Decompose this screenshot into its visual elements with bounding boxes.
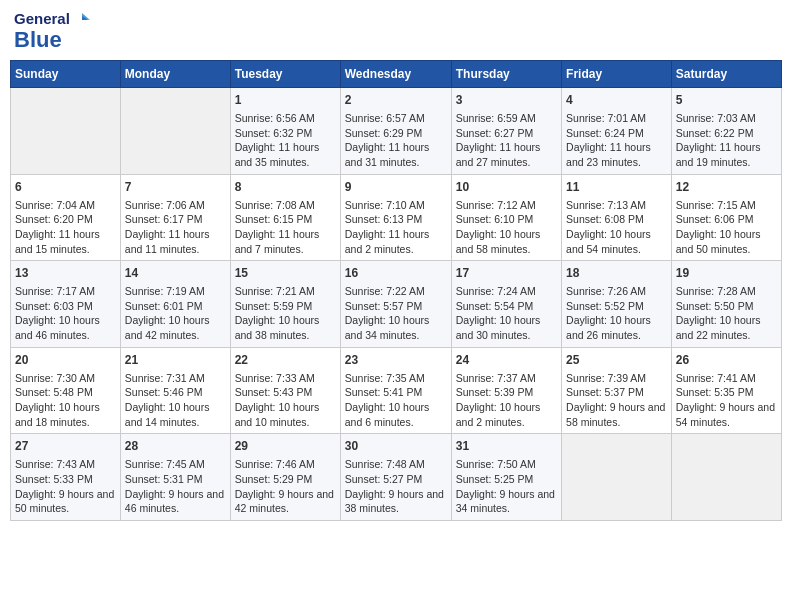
day-number: 14 xyxy=(125,265,226,282)
calendar-cell: 9Sunrise: 7:10 AM Sunset: 6:13 PM Daylig… xyxy=(340,174,451,261)
day-number: 3 xyxy=(456,92,557,109)
logo-blue: Blue xyxy=(14,28,90,52)
day-info: Sunrise: 7:30 AM Sunset: 5:48 PM Dayligh… xyxy=(15,371,116,430)
day-info: Sunrise: 7:03 AM Sunset: 6:22 PM Dayligh… xyxy=(676,111,777,170)
day-info: Sunrise: 7:17 AM Sunset: 6:03 PM Dayligh… xyxy=(15,284,116,343)
day-number: 6 xyxy=(15,179,116,196)
day-info: Sunrise: 6:57 AM Sunset: 6:29 PM Dayligh… xyxy=(345,111,447,170)
calendar-cell xyxy=(562,434,672,521)
calendar-cell: 31Sunrise: 7:50 AM Sunset: 5:25 PM Dayli… xyxy=(451,434,561,521)
calendar-week-row: 20Sunrise: 7:30 AM Sunset: 5:48 PM Dayli… xyxy=(11,347,782,434)
day-info: Sunrise: 7:50 AM Sunset: 5:25 PM Dayligh… xyxy=(456,457,557,516)
calendar-cell: 30Sunrise: 7:48 AM Sunset: 5:27 PM Dayli… xyxy=(340,434,451,521)
weekday-header-thursday: Thursday xyxy=(451,61,561,88)
day-info: Sunrise: 7:12 AM Sunset: 6:10 PM Dayligh… xyxy=(456,198,557,257)
day-number: 1 xyxy=(235,92,336,109)
day-info: Sunrise: 7:37 AM Sunset: 5:39 PM Dayligh… xyxy=(456,371,557,430)
day-info: Sunrise: 7:21 AM Sunset: 5:59 PM Dayligh… xyxy=(235,284,336,343)
day-info: Sunrise: 7:22 AM Sunset: 5:57 PM Dayligh… xyxy=(345,284,447,343)
calendar-cell: 10Sunrise: 7:12 AM Sunset: 6:10 PM Dayli… xyxy=(451,174,561,261)
calendar-cell: 23Sunrise: 7:35 AM Sunset: 5:41 PM Dayli… xyxy=(340,347,451,434)
day-number: 21 xyxy=(125,352,226,369)
calendar-cell: 26Sunrise: 7:41 AM Sunset: 5:35 PM Dayli… xyxy=(671,347,781,434)
calendar-cell: 18Sunrise: 7:26 AM Sunset: 5:52 PM Dayli… xyxy=(562,261,672,348)
calendar-cell: 16Sunrise: 7:22 AM Sunset: 5:57 PM Dayli… xyxy=(340,261,451,348)
calendar-table: SundayMondayTuesdayWednesdayThursdayFrid… xyxy=(10,60,782,521)
day-number: 25 xyxy=(566,352,667,369)
weekday-header-sunday: Sunday xyxy=(11,61,121,88)
calendar-cell: 6Sunrise: 7:04 AM Sunset: 6:20 PM Daylig… xyxy=(11,174,121,261)
calendar-cell: 17Sunrise: 7:24 AM Sunset: 5:54 PM Dayli… xyxy=(451,261,561,348)
calendar-cell: 21Sunrise: 7:31 AM Sunset: 5:46 PM Dayli… xyxy=(120,347,230,434)
calendar-cell: 24Sunrise: 7:37 AM Sunset: 5:39 PM Dayli… xyxy=(451,347,561,434)
day-info: Sunrise: 7:15 AM Sunset: 6:06 PM Dayligh… xyxy=(676,198,777,257)
calendar-cell: 22Sunrise: 7:33 AM Sunset: 5:43 PM Dayli… xyxy=(230,347,340,434)
logo-bird-icon xyxy=(72,10,90,28)
weekday-header-friday: Friday xyxy=(562,61,672,88)
day-number: 5 xyxy=(676,92,777,109)
calendar-cell xyxy=(120,88,230,175)
day-info: Sunrise: 7:31 AM Sunset: 5:46 PM Dayligh… xyxy=(125,371,226,430)
calendar-cell: 4Sunrise: 7:01 AM Sunset: 6:24 PM Daylig… xyxy=(562,88,672,175)
day-number: 13 xyxy=(15,265,116,282)
day-number: 9 xyxy=(345,179,447,196)
logo-general: General xyxy=(14,11,70,28)
day-info: Sunrise: 6:56 AM Sunset: 6:32 PM Dayligh… xyxy=(235,111,336,170)
weekday-header-monday: Monday xyxy=(120,61,230,88)
day-info: Sunrise: 7:41 AM Sunset: 5:35 PM Dayligh… xyxy=(676,371,777,430)
calendar-cell: 20Sunrise: 7:30 AM Sunset: 5:48 PM Dayli… xyxy=(11,347,121,434)
day-info: Sunrise: 7:08 AM Sunset: 6:15 PM Dayligh… xyxy=(235,198,336,257)
calendar-cell: 25Sunrise: 7:39 AM Sunset: 5:37 PM Dayli… xyxy=(562,347,672,434)
calendar-cell: 3Sunrise: 6:59 AM Sunset: 6:27 PM Daylig… xyxy=(451,88,561,175)
day-number: 19 xyxy=(676,265,777,282)
day-number: 8 xyxy=(235,179,336,196)
calendar-week-row: 1Sunrise: 6:56 AM Sunset: 6:32 PM Daylig… xyxy=(11,88,782,175)
calendar-week-row: 27Sunrise: 7:43 AM Sunset: 5:33 PM Dayli… xyxy=(11,434,782,521)
day-number: 16 xyxy=(345,265,447,282)
calendar-cell: 1Sunrise: 6:56 AM Sunset: 6:32 PM Daylig… xyxy=(230,88,340,175)
calendar-cell: 8Sunrise: 7:08 AM Sunset: 6:15 PM Daylig… xyxy=(230,174,340,261)
day-number: 31 xyxy=(456,438,557,455)
calendar-cell: 7Sunrise: 7:06 AM Sunset: 6:17 PM Daylig… xyxy=(120,174,230,261)
day-info: Sunrise: 7:43 AM Sunset: 5:33 PM Dayligh… xyxy=(15,457,116,516)
weekday-header-tuesday: Tuesday xyxy=(230,61,340,88)
calendar-cell: 29Sunrise: 7:46 AM Sunset: 5:29 PM Dayli… xyxy=(230,434,340,521)
day-info: Sunrise: 7:13 AM Sunset: 6:08 PM Dayligh… xyxy=(566,198,667,257)
calendar-week-row: 13Sunrise: 7:17 AM Sunset: 6:03 PM Dayli… xyxy=(11,261,782,348)
day-number: 15 xyxy=(235,265,336,282)
day-number: 23 xyxy=(345,352,447,369)
weekday-header-row: SundayMondayTuesdayWednesdayThursdayFrid… xyxy=(11,61,782,88)
day-number: 10 xyxy=(456,179,557,196)
day-info: Sunrise: 7:26 AM Sunset: 5:52 PM Dayligh… xyxy=(566,284,667,343)
day-number: 26 xyxy=(676,352,777,369)
day-number: 7 xyxy=(125,179,226,196)
calendar-cell: 19Sunrise: 7:28 AM Sunset: 5:50 PM Dayli… xyxy=(671,261,781,348)
day-info: Sunrise: 7:24 AM Sunset: 5:54 PM Dayligh… xyxy=(456,284,557,343)
day-info: Sunrise: 7:19 AM Sunset: 6:01 PM Dayligh… xyxy=(125,284,226,343)
calendar-cell xyxy=(11,88,121,175)
day-info: Sunrise: 7:06 AM Sunset: 6:17 PM Dayligh… xyxy=(125,198,226,257)
day-info: Sunrise: 7:04 AM Sunset: 6:20 PM Dayligh… xyxy=(15,198,116,257)
day-number: 20 xyxy=(15,352,116,369)
day-info: Sunrise: 7:33 AM Sunset: 5:43 PM Dayligh… xyxy=(235,371,336,430)
day-info: Sunrise: 7:46 AM Sunset: 5:29 PM Dayligh… xyxy=(235,457,336,516)
day-number: 4 xyxy=(566,92,667,109)
day-info: Sunrise: 7:35 AM Sunset: 5:41 PM Dayligh… xyxy=(345,371,447,430)
day-number: 27 xyxy=(15,438,116,455)
calendar-cell xyxy=(671,434,781,521)
calendar-week-row: 6Sunrise: 7:04 AM Sunset: 6:20 PM Daylig… xyxy=(11,174,782,261)
day-info: Sunrise: 7:28 AM Sunset: 5:50 PM Dayligh… xyxy=(676,284,777,343)
day-info: Sunrise: 7:01 AM Sunset: 6:24 PM Dayligh… xyxy=(566,111,667,170)
weekday-header-wednesday: Wednesday xyxy=(340,61,451,88)
day-number: 18 xyxy=(566,265,667,282)
calendar-cell: 5Sunrise: 7:03 AM Sunset: 6:22 PM Daylig… xyxy=(671,88,781,175)
calendar-cell: 14Sunrise: 7:19 AM Sunset: 6:01 PM Dayli… xyxy=(120,261,230,348)
calendar-cell: 28Sunrise: 7:45 AM Sunset: 5:31 PM Dayli… xyxy=(120,434,230,521)
logo: General Blue xyxy=(14,10,90,52)
day-number: 24 xyxy=(456,352,557,369)
day-number: 28 xyxy=(125,438,226,455)
day-number: 30 xyxy=(345,438,447,455)
day-number: 17 xyxy=(456,265,557,282)
calendar-cell: 15Sunrise: 7:21 AM Sunset: 5:59 PM Dayli… xyxy=(230,261,340,348)
day-info: Sunrise: 7:39 AM Sunset: 5:37 PM Dayligh… xyxy=(566,371,667,430)
